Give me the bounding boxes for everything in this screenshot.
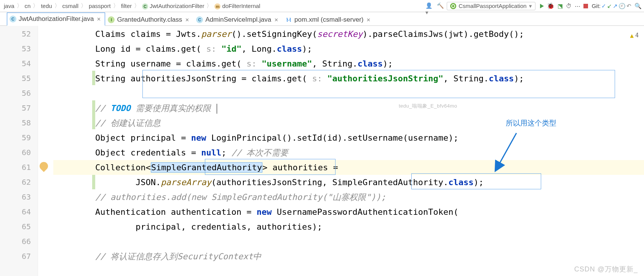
chevron-right-icon: 〉 — [134, 2, 140, 10]
line-number: 58 — [0, 116, 31, 130]
line-number: 64 — [0, 205, 31, 219]
inspection-badge[interactable]: ▲ 4 — [630, 28, 639, 43]
csdn-watermark: CSDN @万物更新_ — [574, 265, 638, 274]
line-number: 52 — [0, 27, 31, 41]
annotation-arrow-icon — [494, 129, 524, 175]
line-number: 54 — [0, 56, 31, 71]
breadcrumb-item[interactable]: mdoFilterInternal — [213, 3, 262, 10]
chevron-right-icon: 〉 — [33, 2, 38, 10]
line-number: 61 — [0, 160, 31, 175]
code-line[interactable]: String authoritiesJsonString = claims.ge… — [55, 71, 644, 86]
code-editor[interactable]: 52535455565758596061626364656667 Claims … — [0, 26, 644, 276]
tab-label: GrantedAuthority.class — [117, 16, 182, 24]
chevron-down-icon: ▾ — [529, 3, 532, 10]
java-interface-icon: I — [108, 16, 115, 23]
code-line[interactable]: // TODO 需要使用真实的权限 — [55, 101, 644, 116]
code-line[interactable]: JSON.parseArray(authoritiesJsonString, S… — [55, 175, 644, 190]
code-line[interactable]: Claims claims = Jwts.parser().setSigning… — [55, 27, 644, 41]
search-icon[interactable]: 🔍 — [634, 3, 642, 10]
chevron-right-icon: 〉 — [17, 2, 22, 10]
close-icon[interactable]: ✕ — [274, 17, 278, 23]
code-line[interactable] — [55, 86, 644, 101]
spring-icon — [450, 3, 456, 9]
code-line[interactable]: Authentication authentication = new User… — [55, 205, 644, 219]
breadcrumb-item[interactable]: passport — [87, 3, 112, 9]
tab-pom[interactable]: Ⲙ pom.xml (csmall-server) ✕ — [283, 13, 375, 26]
code-line[interactable]: // 将认证信息存入到SecurityContext中 — [55, 249, 644, 264]
close-icon[interactable]: ✕ — [97, 16, 101, 22]
user-icon[interactable]: 👤▾ — [425, 2, 433, 10]
line-number: 55 — [0, 71, 31, 86]
profile-button[interactable]: ⏱ — [566, 3, 572, 9]
vcs-change-marker[interactable] — [92, 100, 95, 129]
chevron-right-icon: 〉 — [113, 2, 119, 10]
method-icon: m — [214, 3, 221, 10]
breadcrumb-item[interactable]: tedu — [39, 3, 53, 9]
maven-icon: Ⲙ — [285, 16, 292, 23]
editor-tabs: C JwtAuthorizationFilter.java ✕ I Grante… — [0, 12, 644, 26]
breadcrumb-item[interactable]: cn — [23, 3, 32, 9]
chevron-right-icon: 〉 — [206, 2, 212, 10]
annotation-column — [38, 26, 53, 276]
intention-bulb-icon[interactable] — [38, 160, 50, 172]
code-line[interactable]: String username = claims.get( s: "userna… — [55, 56, 644, 71]
line-number: 62 — [0, 175, 31, 190]
close-icon[interactable]: ✕ — [185, 17, 189, 23]
svg-line-0 — [497, 133, 516, 167]
tab-label: JwtAuthorizationFilter.java — [19, 15, 94, 23]
tab-jwt-filter[interactable]: C JwtAuthorizationFilter.java ✕ — [7, 13, 105, 26]
code-line[interactable]: Collection<SimpleGrantedAuthority> autho… — [55, 160, 644, 175]
breadcrumb-item[interactable]: filter — [120, 3, 133, 9]
vcs-history-icon[interactable]: 🕘 — [618, 3, 626, 10]
close-icon[interactable]: ✕ — [366, 17, 371, 23]
vcs-commit-icon[interactable]: ↙ — [607, 3, 612, 10]
vcs-revert-icon[interactable]: ↶ — [626, 3, 631, 10]
main-toolbar: java〉 cn〉 tedu〉 csmall〉 passport〉 filter… — [0, 0, 644, 12]
git-label: Git: — [592, 3, 601, 9]
line-number: 59 — [0, 130, 31, 145]
debug-button[interactable]: 🐞 — [547, 2, 555, 10]
java-class-icon: C — [196, 16, 203, 23]
run-button[interactable] — [540, 4, 544, 8]
breadcrumb-item[interactable]: csmall — [61, 3, 80, 9]
tab-admin-service[interactable]: C AdminServiceImpl.java ✕ — [193, 13, 283, 26]
breadcrumb-item[interactable]: CJwtAuthorizationFilter — [141, 3, 206, 10]
code-line[interactable]: Object principal = new LoginPrincipal().… — [55, 130, 644, 145]
code-line[interactable]: principal, credentials, authorities); — [55, 219, 644, 234]
run-configuration-selector[interactable]: CsmallPassportApplication ▾ — [447, 2, 535, 10]
vcs-push-icon[interactable]: ↗ — [613, 3, 618, 10]
vcs-change-marker[interactable] — [92, 175, 95, 189]
chevron-right-icon: 〉 — [81, 2, 86, 10]
line-number: 63 — [0, 190, 31, 205]
tab-label: AdminServiceImpl.java — [205, 16, 271, 24]
tab-granted-authority[interactable]: I GrantedAuthority.class ✕ — [105, 13, 193, 26]
attach-button[interactable]: ⋯ — [575, 3, 580, 10]
line-number: 66 — [0, 234, 31, 249]
coverage-button[interactable]: ⬔ — [558, 3, 563, 10]
line-number: 56 — [0, 86, 31, 101]
line-number-gutter: 52535455565758596061626364656667 — [0, 26, 38, 276]
breadcrumb-item[interactable]: java — [2, 3, 16, 9]
line-number: 65 — [0, 219, 31, 234]
build-hammer-icon[interactable]: 🔨 — [437, 2, 444, 10]
java-class-icon: C — [10, 16, 16, 22]
vcs-change-marker[interactable] — [92, 71, 95, 85]
watermark-text: tedu_嗡嗡象_E_bfv64mo — [399, 98, 457, 113]
vcs-update-icon[interactable]: ✓ — [601, 3, 606, 10]
code-line[interactable]: Object credentials = null; // 本次不需要 — [55, 145, 644, 160]
annotation-label: 所以用这个类型 — [506, 116, 556, 130]
code-line[interactable]: Long id = claims.get( s: "id", Long.clas… — [55, 41, 644, 56]
text-cursor — [217, 104, 217, 114]
line-number: 57 — [0, 101, 31, 116]
tab-label: pom.xml (csmall-server) — [294, 16, 363, 24]
chevron-right-icon: 〉 — [54, 2, 60, 10]
stop-button[interactable] — [583, 4, 588, 8]
run-config-label: CsmallPassportApplication — [459, 3, 526, 9]
code-line[interactable]: // authorities.add(new SimpleGrantedAuth… — [55, 190, 644, 205]
code-area[interactable]: Claims claims = Jwts.parser().setSigning… — [53, 26, 644, 276]
code-line[interactable] — [55, 234, 644, 249]
warning-count: 4 — [635, 28, 639, 43]
class-icon: C — [142, 3, 148, 10]
line-number: 60 — [0, 145, 31, 160]
line-number: 53 — [0, 41, 31, 56]
